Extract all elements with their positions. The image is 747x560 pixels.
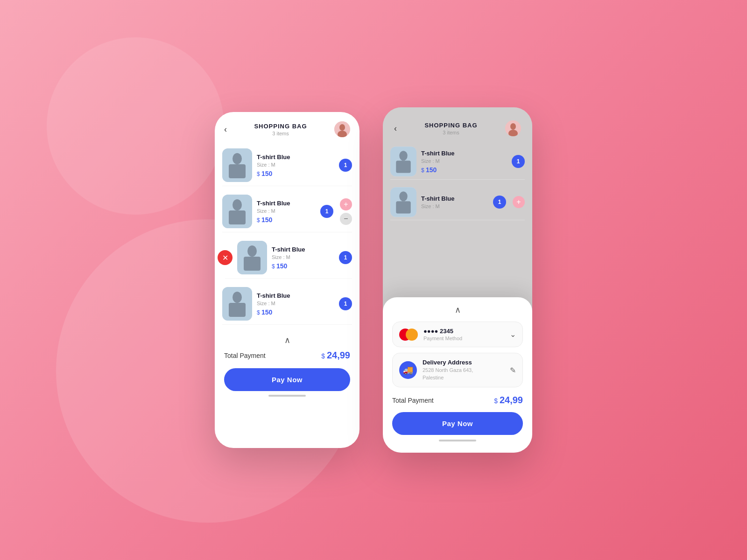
right-item-size-1: Size : M: [421, 158, 507, 164]
right-qty-badge-1: 1: [512, 155, 525, 168]
item-image-3: [237, 241, 267, 274]
home-indicator-right: [439, 440, 476, 441]
qty-plus-button-2[interactable]: +: [340, 198, 352, 210]
left-header-title: SHOPPING BAG: [254, 123, 307, 130]
back-button-left[interactable]: ‹: [224, 125, 227, 134]
item-name-2: T-shirt Blue: [257, 200, 316, 207]
item-image-4: [222, 287, 252, 321]
svg-point-13: [233, 292, 242, 303]
header-center-left: SHOPPING BAG 3 items: [254, 123, 307, 136]
table-row: T-shirt Blue Size : M $ 150 1: [222, 145, 352, 186]
svg-point-1: [339, 124, 345, 131]
qty-minus-button-2[interactable]: −: [340, 213, 352, 225]
right-phone-header-area: ‹ SHOPPING BAG 3 items: [383, 107, 532, 144]
qty-controls-2: + −: [340, 198, 352, 225]
right-header-title: SHOPPING BAG: [424, 122, 477, 129]
back-button-right[interactable]: ‹: [394, 124, 397, 133]
item-size-4: Size : M: [257, 301, 334, 306]
item-info-1: T-shirt Blue Size : M $ 150: [257, 154, 334, 177]
svg-point-7: [233, 199, 242, 210]
svg-rect-20: [396, 161, 411, 173]
svg-rect-11: [244, 257, 261, 271]
phone-left: ‹ SHOPPING BAG 3 items: [215, 112, 359, 448]
phones-container: ‹ SHOPPING BAG 3 items: [215, 107, 532, 453]
qty-plus-button-right-2[interactable]: +: [513, 196, 525, 208]
table-row: T-shirt Blue Size : M $ 150 1: [390, 144, 525, 180]
delivery-icon: 🚚: [399, 361, 417, 379]
phone-right-inner: ‹ SHOPPING BAG 3 items: [383, 107, 532, 453]
mastercard-icon: [399, 329, 418, 341]
left-bottom-panel: ∧ Total Payment $ 24,99 Pay Now: [215, 329, 359, 406]
item-name-1: T-shirt Blue: [257, 154, 334, 161]
truck-icon: 🚚: [403, 365, 413, 375]
item-name-4: T-shirt Blue: [257, 292, 334, 299]
item-price-2: $ 150: [257, 216, 316, 224]
svg-point-22: [399, 191, 408, 201]
left-header-subtitle: 3 items: [254, 131, 307, 136]
dollar-sign-left: $: [321, 352, 327, 360]
table-row: T-shirt Blue Size : M 1 +: [390, 184, 525, 220]
header-center-right: SHOPPING BAG 3 items: [424, 122, 477, 135]
item-size-1: Size : M: [257, 162, 334, 168]
avatar-right[interactable]: [505, 120, 521, 136]
right-item-image-1: [390, 147, 416, 176]
qty-badge-1: 1: [339, 159, 352, 172]
dollar-sign-right: $: [494, 397, 500, 405]
delivery-address-line1: 2528 North Gaza 643, Palestine: [423, 367, 473, 381]
card-label: Payment Method: [423, 336, 462, 341]
payment-sheet: ∧ ●●●● 2345 Payment Method ⌄: [383, 297, 532, 453]
item-price-3: $ 150: [272, 262, 334, 270]
chevron-down-icon[interactable]: ⌄: [510, 330, 516, 339]
svg-point-4: [233, 153, 242, 164]
card-number: ●●●● 2345: [423, 328, 462, 335]
pay-now-button-left[interactable]: Pay Now: [224, 368, 350, 391]
svg-point-10: [247, 245, 257, 257]
left-total-label: Total Payment: [224, 352, 266, 359]
delivery-left: 🚚 Delivery Address 2528 North Gaza 643, …: [399, 359, 473, 381]
right-item-price-1: $ 150: [421, 166, 507, 174]
expand-button-left[interactable]: ∧: [224, 335, 350, 345]
item-size-3: Size : M: [272, 254, 334, 260]
table-row: T-shirt Blue Size : M $ 150 1 + −: [222, 191, 352, 232]
item-info-2: T-shirt Blue Size : M $ 150: [257, 200, 316, 224]
bg-circle-medium: [47, 37, 224, 215]
right-total-label: Total Payment: [392, 397, 434, 404]
item-info-4: T-shirt Blue Size : M $ 150: [257, 292, 334, 316]
right-item-name-2: T-shirt Blue: [421, 195, 488, 202]
svg-point-19: [399, 151, 408, 161]
item-size-2: Size : M: [257, 208, 316, 214]
item-image-2: [222, 195, 252, 228]
right-total-row: Total Payment $ 24,99: [392, 395, 523, 406]
sheet-handle[interactable]: ∧: [392, 305, 523, 315]
avatar-left[interactable]: [334, 121, 350, 137]
svg-rect-14: [229, 303, 246, 317]
left-cart-list: T-shirt Blue Size : M $ 150 1 T-shirt Bl…: [215, 140, 359, 329]
table-row: T-shirt Blue Size : M $ 150 1: [222, 283, 352, 325]
right-item-name-1: T-shirt Blue: [421, 150, 507, 157]
mc-circle-orange: [406, 329, 418, 341]
left-total-row: Total Payment $ 24,99: [224, 350, 350, 361]
delete-button-3[interactable]: ✕: [218, 250, 233, 265]
svg-rect-5: [229, 164, 246, 178]
right-phone-header: ‹ SHOPPING BAG 3 items: [392, 117, 523, 139]
item-name-3: T-shirt Blue: [272, 246, 334, 253]
right-total-amount: $ 24,99: [494, 395, 523, 406]
right-cart-list: T-shirt Blue Size : M $ 150 1: [383, 144, 532, 227]
payment-card-info: ●●●● 2345 Payment Method: [423, 328, 462, 341]
right-item-size-2: Size : M: [421, 203, 488, 209]
left-phone-header: ‹ SHOPPING BAG 3 items: [215, 112, 359, 140]
qty-badge-3: 1: [339, 251, 352, 264]
table-row: ✕ T-shirt Blue Size : M $ 150 1: [225, 237, 352, 279]
left-total-amount: $ 24,99: [321, 350, 350, 361]
payment-card-left: ●●●● 2345 Payment Method: [399, 328, 462, 341]
qty-badge-4: 1: [339, 297, 352, 310]
delivery-address-row: 🚚 Delivery Address 2528 North Gaza 643, …: [392, 353, 523, 387]
svg-rect-23: [396, 201, 411, 213]
payment-method-row[interactable]: ●●●● 2345 Payment Method ⌄: [392, 322, 523, 347]
phone-right: ‹ SHOPPING BAG 3 items: [383, 107, 532, 453]
item-image-1: [222, 148, 252, 182]
edit-pencil-icon[interactable]: ✎: [510, 366, 516, 375]
pay-now-button-right[interactable]: Pay Now: [392, 412, 523, 435]
qty-badge-2: 1: [320, 205, 333, 218]
right-header-subtitle: 3 items: [424, 130, 477, 135]
